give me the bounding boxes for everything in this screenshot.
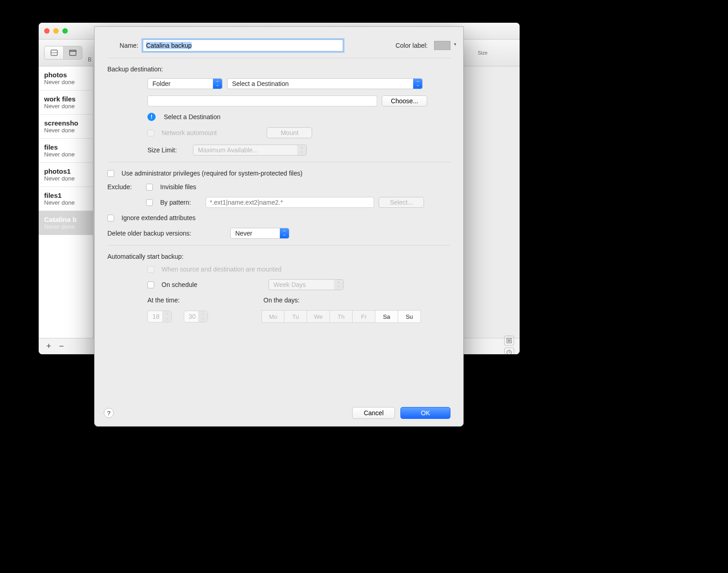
- list-item[interactable]: files Never done: [39, 139, 93, 163]
- chevron-updown-icon: [413, 79, 422, 89]
- list-item[interactable]: files1 Never done: [39, 187, 93, 211]
- name-label: Name:: [107, 42, 138, 49]
- name-input[interactable]: [143, 40, 343, 51]
- help-button[interactable]: ?: [104, 408, 114, 418]
- exclude-select-button: Select...: [379, 197, 424, 208]
- ignore-extended-label: Ignore extended attributes: [121, 214, 196, 221]
- exclude-invisible-checkbox[interactable]: [146, 184, 153, 191]
- list-item[interactable]: photos Never done: [39, 66, 93, 90]
- remove-button[interactable]: −: [55, 340, 68, 353]
- cancel-button[interactable]: Cancel: [352, 407, 395, 419]
- backup-settings-sheet: Name: Color label: Backup destination: F…: [94, 26, 464, 427]
- schedule-weekset-select: Week Days: [268, 279, 344, 290]
- auto-start-heading: Automatically start backup:: [107, 253, 450, 260]
- view-mode-segment[interactable]: [44, 46, 82, 60]
- panel-icon: [51, 50, 58, 56]
- log-icon[interactable]: [504, 336, 514, 346]
- list-item[interactable]: screensho Never done: [39, 115, 93, 139]
- when-mounted-checkbox: [147, 266, 154, 273]
- on-schedule-label: On schedule: [162, 281, 264, 288]
- network-automount-label: Network automount: [162, 129, 217, 136]
- size-limit-select: Maximum Available...: [193, 145, 307, 156]
- archive-icon: [69, 50, 76, 56]
- minute-stepper: 30: [184, 311, 208, 322]
- exclude-pattern-label: By pattern:: [160, 199, 201, 206]
- backup-destination-heading: Backup destination:: [107, 65, 450, 73]
- view-mode-right[interactable]: [63, 46, 82, 60]
- destination-path-field[interactable]: [147, 96, 377, 106]
- stepper-arrows-icon: [198, 311, 207, 322]
- day-sa: Sa: [375, 310, 398, 323]
- size-limit-label: Size Limit:: [147, 146, 188, 154]
- network-automount-checkbox: [147, 130, 154, 136]
- on-schedule-checkbox[interactable]: [147, 281, 154, 288]
- mount-button: Mount: [267, 127, 312, 138]
- schedule-icon[interactable]: [504, 347, 514, 355]
- exclude-invisible-label: Invisible files: [160, 183, 196, 191]
- stepper-arrows-icon: [162, 311, 172, 322]
- column-header-size: Size: [478, 50, 514, 55]
- color-label-picker[interactable]: [434, 41, 450, 50]
- ignore-extended-checkbox[interactable]: [107, 215, 114, 221]
- days-selector: Mo Tu We Th Fr Sa Su: [262, 310, 421, 323]
- toolbar-section-label: B: [88, 56, 91, 63]
- exclude-pattern-field[interactable]: [206, 197, 374, 208]
- destination-select[interactable]: Select a Destination: [227, 78, 423, 89]
- view-mode-left[interactable]: [44, 46, 63, 60]
- chevron-updown-icon: [280, 228, 289, 238]
- day-we: We: [307, 310, 330, 323]
- day-tu: Tu: [284, 310, 307, 323]
- ok-button[interactable]: OK: [400, 407, 450, 419]
- add-button[interactable]: +: [42, 340, 55, 353]
- backup-list[interactable]: photos Never done work files Never done …: [39, 66, 93, 338]
- delete-older-label: Delete older backup versions:: [107, 230, 226, 237]
- delete-older-select[interactable]: Never: [230, 228, 289, 239]
- hour-stepper: 18: [147, 311, 172, 322]
- day-su: Su: [398, 310, 421, 323]
- choose-button[interactable]: Choose...: [382, 96, 427, 106]
- on-days-label: On the days:: [263, 297, 299, 304]
- chevron-updown-icon: [297, 145, 306, 155]
- color-label-text: Color label:: [395, 42, 428, 49]
- chevron-updown-icon: [334, 280, 343, 290]
- admin-privileges-checkbox[interactable]: [107, 170, 114, 177]
- info-icon: !: [147, 113, 156, 121]
- at-time-label: At the time:: [147, 297, 259, 304]
- admin-privileges-label: Use administrator privileges (required f…: [121, 170, 303, 177]
- list-item[interactable]: photos1 Never done: [39, 163, 93, 187]
- list-item[interactable]: work files Never done: [39, 90, 93, 115]
- chevron-updown-icon: [213, 79, 222, 89]
- destination-type-select[interactable]: Folder: [147, 78, 222, 89]
- day-mo: Mo: [262, 310, 284, 323]
- exclude-pattern-checkbox[interactable]: [146, 199, 153, 206]
- destination-warning-text: Select a Destination: [164, 113, 221, 121]
- exclude-label: Exclude:: [107, 183, 142, 191]
- day-th: Th: [330, 310, 353, 323]
- when-mounted-label: When source and destination are mounted: [162, 266, 282, 273]
- list-item-selected[interactable]: Catalina b Never done: [39, 211, 93, 235]
- day-fr: Fr: [353, 310, 375, 323]
